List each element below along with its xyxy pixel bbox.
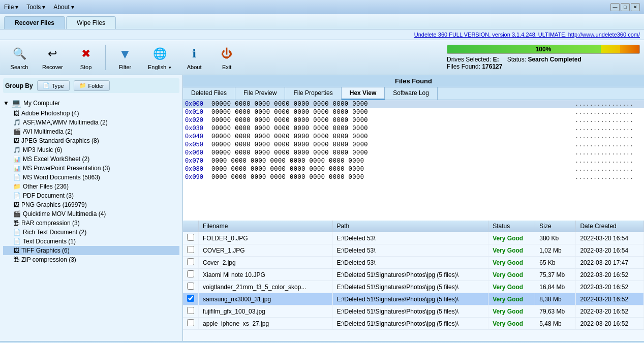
- tab-wipe-files[interactable]: Wipe Files: [66, 16, 116, 29]
- hex-ascii: ................: [571, 141, 642, 148]
- group-by-folder-button[interactable]: 📁 Folder: [74, 80, 110, 91]
- hex-row-3[interactable]: 0x03000000 0000 0000 0000 0000 0000 0000…: [183, 124, 644, 133]
- minimize-button[interactable]: —: [610, 3, 620, 11]
- tree-item-label: MS Word Documents (5863): [23, 174, 100, 181]
- table-row-7[interactable]: apple_iphone_xs_27.jpg E:\Deleted 51\Sig…: [183, 318, 644, 330]
- sidebar-item-3[interactable]: 🖼JPEG Standard Graphics (8): [3, 136, 179, 145]
- table-row-2[interactable]: Cover_2.jpg E:\Deleted 53\ Very Good 65 …: [183, 257, 644, 269]
- sidebar-item-1[interactable]: 🎵ASF,WMA,WMV Multimedia (2): [3, 118, 179, 127]
- tab-hex-view[interactable]: Hex View: [342, 87, 385, 100]
- sidebar-item-5[interactable]: 📊MS Excel WorkSheet (2): [3, 154, 179, 164]
- tree-root-my-computer[interactable]: ▼ 💻 My Computer: [3, 97, 179, 109]
- hex-row-9[interactable]: 0x0900000 0000 0000 0000 0000 0000 0000 …: [183, 173, 644, 181]
- sidebar-item-13[interactable]: 📄Rich Text Document (2): [3, 228, 179, 237]
- search-button[interactable]: 🔍 Search: [4, 42, 35, 73]
- sidebar-item-10[interactable]: 🖼PNG Graphics (169979): [3, 200, 179, 209]
- language-button[interactable]: 🌐 English ▾: [142, 42, 177, 73]
- filter-button[interactable]: ▼ Filter: [110, 42, 140, 73]
- sidebar-item-9[interactable]: 📄PDF Document (3): [3, 191, 179, 200]
- table-row-1[interactable]: COVER_1.JPG E:\Deleted 53\ Very Good 1,0…: [183, 244, 644, 257]
- tab-recover-files[interactable]: Recover Files: [4, 16, 65, 29]
- close-button[interactable]: ✕: [631, 3, 640, 11]
- menu-file[interactable]: File ▾: [4, 4, 18, 11]
- sidebar-item-15[interactable]: 🖼TIFF Graphics (6): [3, 246, 179, 255]
- hex-addr: 0x060: [185, 149, 211, 157]
- cell-checkbox[interactable]: [183, 318, 199, 330]
- group-by-label: Group By: [5, 82, 33, 89]
- status-panel: 100% Drives Selected: E: Status: Search …: [447, 45, 640, 70]
- col-path[interactable]: Path: [332, 221, 488, 232]
- maximize-button[interactable]: □: [621, 3, 630, 11]
- menu-tools[interactable]: Tools ▾: [26, 4, 45, 11]
- files-found-header: Files Found: [183, 75, 644, 87]
- cell-status: Very Good: [488, 305, 535, 318]
- tree-item-label: TIFF Graphics (6): [21, 247, 70, 254]
- col-checkbox: [183, 221, 199, 232]
- menu-about[interactable]: About ▾: [53, 4, 74, 11]
- sidebar-item-4[interactable]: 🎵MP3 Music (6): [3, 145, 179, 154]
- sidebar-item-2[interactable]: 🎬AVI Multimedia (2): [3, 127, 179, 136]
- recover-button[interactable]: ↩ Recover: [37, 42, 69, 73]
- cell-date: 2022-03-20 16:52: [576, 318, 644, 330]
- statusbar: All Searches Completed 19:33:16: [0, 341, 644, 343]
- sidebar-item-0[interactable]: 🖼Adobe Photoshop (4): [3, 109, 179, 118]
- hex-ascii: ................: [571, 101, 642, 108]
- tab-file-properties[interactable]: File Properties: [285, 87, 341, 100]
- table-row-4[interactable]: voigtlander_21mm_f3_5_color_skop... E:\D…: [183, 281, 644, 293]
- tree-item-icon: 📄: [13, 238, 21, 245]
- cell-filename: Cover_2.jpg: [199, 257, 333, 269]
- about-button[interactable]: ℹ About: [179, 42, 209, 73]
- cell-size: 79,63 Mb: [535, 305, 576, 318]
- cell-path: E:\Deleted 53\: [332, 257, 488, 269]
- files-table: Filename Path Status Size Date Created F…: [183, 221, 644, 341]
- hex-row-4[interactable]: 0x04000000 0000 0000 0000 0000 0000 0000…: [183, 133, 644, 141]
- hex-row-2[interactable]: 0x02000000 0000 0000 0000 0000 0000 0000…: [183, 116, 644, 124]
- hex-row-1[interactable]: 0x01000000 0000 0000 0000 0000 0000 0000…: [183, 108, 644, 116]
- hex-row-7[interactable]: 0x0700000 0000 0000 0000 0000 0000 0000 …: [183, 157, 644, 165]
- cell-checkbox[interactable]: [183, 293, 199, 305]
- sidebar-item-14[interactable]: 📄Text Documents (1): [3, 237, 179, 246]
- sidebar-item-12[interactable]: 🗜RAR compression (3): [3, 219, 179, 228]
- sidebar-item-7[interactable]: 📄MS Word Documents (5863): [3, 173, 179, 182]
- tree-item-label: MP3 Music (6): [23, 146, 62, 153]
- hex-view[interactable]: 0x00000000 0000 0000 0000 0000 0000 0000…: [183, 100, 644, 221]
- cell-checkbox[interactable]: [183, 232, 199, 244]
- tab-file-preview[interactable]: File Preview: [235, 87, 285, 100]
- app-link[interactable]: Undelete 360 FULL VERSION, version 3.1.4…: [414, 32, 640, 38]
- table-row-5[interactable]: samsung_nx3000_31.jpg E:\Deleted 51\Sign…: [183, 293, 644, 305]
- sidebar-item-8[interactable]: 📁Other Files (236): [3, 182, 179, 191]
- view-tabs: Deleted Files File Preview File Properti…: [183, 87, 644, 100]
- cell-checkbox[interactable]: [183, 305, 199, 318]
- stop-button[interactable]: ✖ Stop: [71, 42, 101, 73]
- tree-item-label: ZIP compression (3): [21, 256, 76, 263]
- hex-row-0[interactable]: 0x00000000 0000 0000 0000 0000 0000 0000…: [183, 100, 644, 108]
- cell-status: Very Good: [488, 269, 535, 281]
- cell-checkbox[interactable]: [183, 244, 199, 257]
- table-row-6[interactable]: fujifilm_gfx_100_03.jpg E:\Deleted 51\Si…: [183, 305, 644, 318]
- hex-bytes: 00000 0000 0000 0000 0000 0000 0000 0000: [211, 149, 571, 157]
- sidebar-item-16[interactable]: 🗜ZIP compression (3): [3, 255, 179, 264]
- table-row-0[interactable]: FOLDER_0.JPG E:\Deleted 53\ Very Good 38…: [183, 232, 644, 244]
- cell-checkbox[interactable]: [183, 257, 199, 269]
- col-filename[interactable]: Filename: [199, 221, 333, 232]
- hex-row-5[interactable]: 0x05000000 0000 0000 0000 0000 0000 0000…: [183, 141, 644, 149]
- hex-row-8[interactable]: 0x0800000 0000 0000 0000 0000 0000 0000 …: [183, 165, 644, 173]
- hex-addr: 0x050: [185, 141, 211, 148]
- exit-button[interactable]: ⏻ Exit: [211, 42, 242, 73]
- col-size[interactable]: Size: [535, 221, 576, 232]
- group-by-type-button[interactable]: 📄 Type: [37, 80, 70, 91]
- col-status[interactable]: Status: [488, 221, 535, 232]
- sidebar-item-6[interactable]: 📊MS PowerPoint Presentation (3): [3, 164, 179, 173]
- tab-software-log[interactable]: Software Log: [385, 87, 438, 100]
- hex-row-6[interactable]: 0x06000000 0000 0000 0000 0000 0000 0000…: [183, 149, 644, 157]
- hex-ascii: ................: [571, 158, 642, 165]
- hex-addr: 0x080: [185, 166, 211, 173]
- table-row-3[interactable]: Xiaomi Mi note 10.JPG E:\Deleted 51\Sign…: [183, 269, 644, 281]
- col-date[interactable]: Date Created: [576, 221, 644, 232]
- tab-deleted-files[interactable]: Deleted Files: [183, 87, 235, 100]
- toolbar-divider-1: [105, 45, 106, 70]
- cell-date: 2022-03-20 16:52: [576, 305, 644, 318]
- cell-checkbox[interactable]: [183, 269, 199, 281]
- sidebar-item-11[interactable]: 🎬Quicktime MOV Multimedia (4): [3, 209, 179, 219]
- cell-checkbox[interactable]: [183, 281, 199, 293]
